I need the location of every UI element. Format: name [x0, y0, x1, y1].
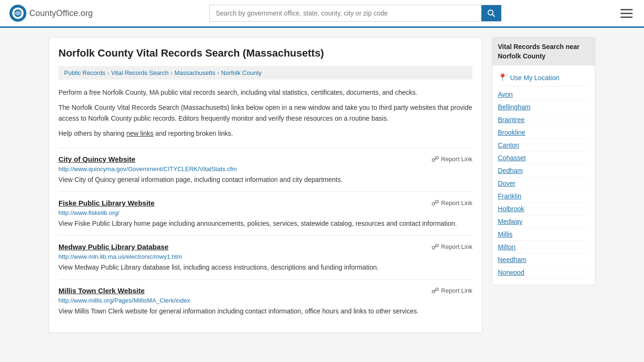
breadcrumb-sep-1: ›: [107, 69, 109, 76]
result-desc-2: View Medway Public Library database list…: [58, 263, 472, 272]
report-link-label-3: Report Link: [441, 287, 472, 294]
report-icon-1: ☍: [431, 198, 439, 207]
report-link-button-0[interactable]: ☍ Report Link: [431, 155, 472, 164]
menu-line-1: [620, 9, 633, 10]
menu-line-2: [620, 13, 633, 14]
new-links-link[interactable]: new links: [126, 130, 154, 137]
sidebar-city-norwood[interactable]: Norwood: [498, 266, 589, 279]
header: CountyOffice.org: [0, 0, 644, 28]
breadcrumb-vital-records[interactable]: Vital Records Search: [111, 69, 169, 76]
sidebar-city-millis[interactable]: Millis: [498, 228, 589, 241]
result-url-1[interactable]: http://www.fiskelib.org/: [58, 209, 472, 216]
sidebar-city-avon[interactable]: Avon: [498, 88, 589, 101]
result-item: Fiske Public Library Website ☍ Report Li…: [58, 191, 472, 235]
report-icon-0: ☍: [431, 155, 439, 164]
result-item: City of Quincy Website ☍ Report Link htt…: [58, 148, 472, 191]
report-icon-3: ☍: [431, 286, 439, 295]
sidebar: Vital Records Search near Norfolk County…: [492, 37, 595, 333]
result-title-3[interactable]: Millis Town Clerk Website: [58, 287, 145, 295]
sidebar-city-holbrook[interactable]: Holbrook: [498, 203, 589, 215]
breadcrumb-sep-3: ›: [217, 69, 219, 76]
breadcrumb-sep-2: ›: [171, 69, 173, 76]
result-item: Medway Public Library Database ☍ Report …: [58, 235, 472, 279]
report-icon-2: ☍: [431, 242, 439, 251]
logo-text: CountyOffice.org: [29, 8, 93, 18]
use-location-label: Use My Location: [510, 74, 559, 82]
search-icon: [487, 9, 495, 17]
use-my-location-link[interactable]: 📍 Use My Location: [498, 69, 589, 86]
result-desc-3: View Millis Town Clerk website for gener…: [58, 306, 472, 316]
sidebar-box: Vital Records Search near Norfolk County…: [492, 37, 595, 285]
sidebar-city-braintree[interactable]: Braintree: [498, 114, 589, 126]
sidebar-title: Vital Records Search near Norfolk County: [492, 38, 595, 66]
report-link-button-1[interactable]: ☍ Report Link: [431, 198, 472, 207]
report-link-button-2[interactable]: ☍ Report Link: [431, 242, 472, 251]
description-2: The Norfolk County Vital Records Search …: [58, 102, 472, 123]
result-title-2[interactable]: Medway Public Library Database: [58, 243, 168, 251]
result-url-3[interactable]: http://www.millis.org/Pages/MillisMA_Cle…: [58, 297, 472, 304]
sidebar-city-medway[interactable]: Medway: [498, 215, 589, 228]
menu-button[interactable]: [619, 7, 635, 20]
sidebar-city-milton[interactable]: Milton: [498, 241, 589, 254]
sidebar-city-bellingham[interactable]: Bellingham: [498, 101, 589, 114]
search-bar: [209, 5, 502, 22]
sidebar-content: 📍 Use My Location AvonBellinghamBraintre…: [492, 66, 595, 285]
content-area: Norfolk County Vital Records Search (Mas…: [49, 37, 482, 333]
result-header: City of Quincy Website ☍ Report Link: [58, 155, 472, 164]
result-item: Millis Town Clerk Website ☍ Report Link …: [58, 279, 472, 323]
result-title-1[interactable]: Fiske Public Library Website: [58, 199, 155, 207]
sidebar-city-dover[interactable]: Dover: [498, 177, 589, 190]
result-url-0[interactable]: http://www.quincyma.gov/Government/CITYC…: [58, 165, 472, 173]
page-title: Norfolk County Vital Records Search (Mas…: [58, 47, 472, 59]
result-desc-1: View Fiske Public Library home page incl…: [58, 219, 472, 229]
result-url-2[interactable]: http://www.mln.lib.ma.us/electronic/mwy1…: [58, 253, 472, 260]
breadcrumb-norfolk-county[interactable]: Norfolk County: [221, 69, 262, 76]
report-link-label-0: Report Link: [441, 156, 472, 163]
logo-icon: [9, 5, 26, 22]
search-input[interactable]: [210, 6, 481, 21]
sidebar-city-needham[interactable]: Needham: [498, 254, 589, 266]
sharing-text: Help others by sharing new links and rep…: [58, 128, 472, 139]
sidebar-city-cohasset[interactable]: Cohasset: [498, 152, 589, 165]
breadcrumb: Public Records › Vital Records Search › …: [58, 66, 472, 80]
menu-line-3: [620, 16, 633, 18]
sidebar-city-dedham[interactable]: Dedham: [498, 165, 589, 177]
sidebar-city-canton[interactable]: Canton: [498, 139, 589, 152]
result-header: Fiske Public Library Website ☍ Report Li…: [58, 198, 472, 207]
svg-point-3: [488, 10, 494, 15]
sidebar-cities: AvonBellinghamBraintreeBrooklineCantonCo…: [498, 88, 589, 279]
sidebar-city-franklin[interactable]: Franklin: [498, 190, 589, 203]
report-link-label-1: Report Link: [441, 199, 472, 206]
breadcrumb-public-records[interactable]: Public Records: [64, 69, 105, 76]
result-title-0[interactable]: City of Quincy Website: [58, 155, 135, 163]
result-desc-0: View City of Quincy general information …: [58, 175, 472, 185]
main-wrapper: Norfolk County Vital Records Search (Mas…: [39, 28, 605, 342]
search-button[interactable]: [481, 5, 501, 21]
location-icon: 📍: [498, 73, 507, 82]
report-link-label-2: Report Link: [441, 243, 472, 250]
result-header: Medway Public Library Database ☍ Report …: [58, 242, 472, 251]
description-1: Perform a free Norfolk County, MA public…: [58, 87, 472, 98]
result-header: Millis Town Clerk Website ☍ Report Link: [58, 286, 472, 295]
breadcrumb-massachusetts[interactable]: Massachusetts: [174, 69, 215, 76]
svg-line-4: [493, 14, 495, 16]
logo-area: CountyOffice.org: [9, 5, 93, 22]
results-list: City of Quincy Website ☍ Report Link htt…: [58, 148, 472, 323]
report-link-button-3[interactable]: ☍ Report Link: [431, 286, 472, 295]
sidebar-city-brookline[interactable]: Brookline: [498, 126, 589, 139]
